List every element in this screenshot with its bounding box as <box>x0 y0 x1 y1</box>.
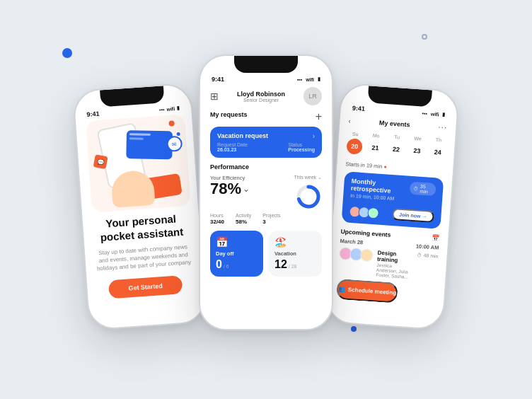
projects-label: Projects <box>262 213 280 218</box>
status-time-center: 9:41 <box>212 76 224 83</box>
hours-value: 32/40 <box>210 219 224 225</box>
status-time-left: 9:41 <box>86 110 100 118</box>
wifi-icon-c: wifi <box>306 77 314 82</box>
status-bar-center: 9:41 ▪▪▪ wifi ▮ <box>200 56 332 86</box>
clock-icon-training: ⏱ <box>417 253 422 258</box>
center-user: Lloyd Robinson Senior Designer <box>237 91 285 103</box>
upcoming-section: Upcoming events 📅 March 28 10:00 AM Desi… <box>337 228 439 282</box>
right-content: ‹ My events ··· Su 20 Mo 21 Tu 22 <box>327 114 456 316</box>
join-now-button[interactable]: Join now → <box>392 208 434 223</box>
signal-icon: ▪▪▪ <box>159 107 165 112</box>
phone-right: 9:41 ▪▪▪ wifi ▮ ‹ My events ··· Su 20 Mo <box>325 83 460 331</box>
upcoming-date: March 28 <box>340 238 363 245</box>
illustration: 💬 ✉ <box>86 114 191 212</box>
vacation-total: / 28 <box>289 264 297 269</box>
vacation-date-group: Request Date 26.03.23 <box>217 142 248 152</box>
cal-day-name-2: Tu <box>394 134 400 140</box>
donut-chart <box>295 183 322 210</box>
vacation-status-group: Status Processing <box>288 142 315 152</box>
activity-label: Activity <box>236 213 251 218</box>
cal-day-name-1: Mo <box>373 133 380 139</box>
chevron-period-icon: ⌄ <box>318 175 322 180</box>
cal-day-1[interactable]: Mo 21 <box>367 132 384 156</box>
cal-day-name-0: Su <box>352 132 359 137</box>
phones-container: 9:41 ▪▪▪ wifi ▮ <box>80 47 452 352</box>
vacation-value-row: 12 / 28 <box>274 258 316 271</box>
left-title: Your personal pocket assistant <box>93 212 190 245</box>
day-off-title: Day off <box>216 250 258 257</box>
efficiency-value: 78% <box>210 181 241 197</box>
cal-date-4: 24 <box>429 144 446 161</box>
bottom-cards: 📅 Day off 0 / 6 🏖️ Vacation 12 <box>210 231 322 277</box>
activity-value: 58% <box>236 219 251 225</box>
chevron-right-icon: › <box>313 132 315 140</box>
efficiency-left: Your Efficiency 78% ⌄ <box>210 175 250 197</box>
training-duration-text: 48 min <box>423 253 438 258</box>
design-training-item[interactable]: Design training Jessica Anderson, Julia … <box>337 247 438 282</box>
orange-dot-icon: ● <box>383 163 387 170</box>
projects-value: 3 <box>262 219 280 225</box>
stats-row: Hours 32/40 Activity 58% Projects 3 <box>210 213 322 225</box>
cal-day-0[interactable]: Su 20 <box>346 131 363 154</box>
performance-title: Performance <box>210 163 322 170</box>
stat-hours: Hours 32/40 <box>210 213 224 225</box>
events-title: My events <box>379 119 410 128</box>
day-off-value: 0 <box>216 258 222 271</box>
status-icons-left: ▪▪▪ wifi ▮ <box>159 105 180 112</box>
training-avatars <box>339 247 374 262</box>
stat-projects: Projects 3 <box>262 213 280 225</box>
retro-duration: ⏱ 35 min <box>409 182 436 197</box>
get-started-button[interactable]: Get Started <box>108 275 183 299</box>
vacation-card-title: Vacation request <box>217 132 315 139</box>
avatar-3 <box>367 207 379 219</box>
day-off-value-row: 0 / 6 <box>216 258 258 271</box>
period-text: This week <box>294 175 317 180</box>
day-off-card[interactable]: 📅 Day off 0 / 6 <box>210 231 263 277</box>
hours-label: Hours <box>210 213 224 218</box>
monthly-retro-card[interactable]: Monthly retrospective In 19 min, 10:00 A… <box>342 171 444 229</box>
vacation-small-value: 12 <box>274 258 287 271</box>
wifi-icon-r: wifi <box>431 111 439 117</box>
grid-icon[interactable]: ⊞ <box>210 91 219 102</box>
clock-icon-retro: ⏱ <box>413 185 418 190</box>
avatar: LR <box>303 87 322 105</box>
vacation-card[interactable]: Vacation request Request Date 26.03.23 S… <box>210 127 322 158</box>
user-role: Senior Designer <box>243 98 279 103</box>
add-request-button[interactable]: + <box>316 111 322 122</box>
cal-day-3[interactable]: We 23 <box>409 136 426 159</box>
training-info: Design training Jessica Anderson, Julia … <box>376 250 413 279</box>
retro-avatars <box>349 205 379 219</box>
training-duration: ⏱ 48 min <box>417 253 438 259</box>
battery-icon-r: ▮ <box>442 112 446 117</box>
request-date-value: 26.03.23 <box>217 147 248 152</box>
chevron-down-icon: ⌄ <box>243 184 250 194</box>
day-off-icon: 📅 <box>216 236 258 248</box>
donut-svg <box>295 183 322 210</box>
left-description: Stay up to date with company news and ev… <box>95 243 192 273</box>
more-options-icon[interactable]: ··· <box>438 122 448 132</box>
cal-day-2[interactable]: Tu 22 <box>388 134 405 157</box>
signal-icon-r: ▪▪▪ <box>422 110 427 116</box>
back-icon[interactable]: ‹ <box>348 117 351 125</box>
avatar-initials: LR <box>308 93 317 100</box>
retro-duration-text: 35 min <box>420 184 432 195</box>
retro-title-group: Monthly retrospective In 19 min, 10:00 A… <box>350 178 410 207</box>
vacation-small-card[interactable]: 🏖️ Vacation 12 / 28 <box>269 231 322 277</box>
schedule-meeting-button[interactable]: 👥 Schedule meeting <box>336 279 398 303</box>
wifi-icon: wifi <box>166 106 175 112</box>
status-label: Status <box>288 142 315 147</box>
training-people: Jessica Anderson, Julia Foster, Sasha... <box>376 262 412 279</box>
battery-icon-c: ▮ <box>318 76 320 82</box>
efficiency-right: This week ⌄ <box>294 175 322 210</box>
status-time-right: 9:41 <box>352 105 366 112</box>
retro-footer: Join now → <box>349 205 434 223</box>
phone-center: 9:41 ▪▪▪ wifi ▮ ⊞ Lloyd Robinson Senior … <box>199 54 333 330</box>
requests-title: My requests <box>210 111 248 118</box>
bg-dot-3 <box>422 34 427 40</box>
left-content: 💬 ✉ Your personal pocket assistant Stay … <box>76 114 206 324</box>
cal-day-4[interactable]: Th 24 <box>429 137 446 161</box>
upcoming-title-text: Upcoming events <box>340 228 391 238</box>
starts-in-text: Starts in 19 min <box>345 161 383 170</box>
period-label: This week ⌄ <box>294 175 322 180</box>
vacation-small-title: Vacation <box>274 250 316 257</box>
